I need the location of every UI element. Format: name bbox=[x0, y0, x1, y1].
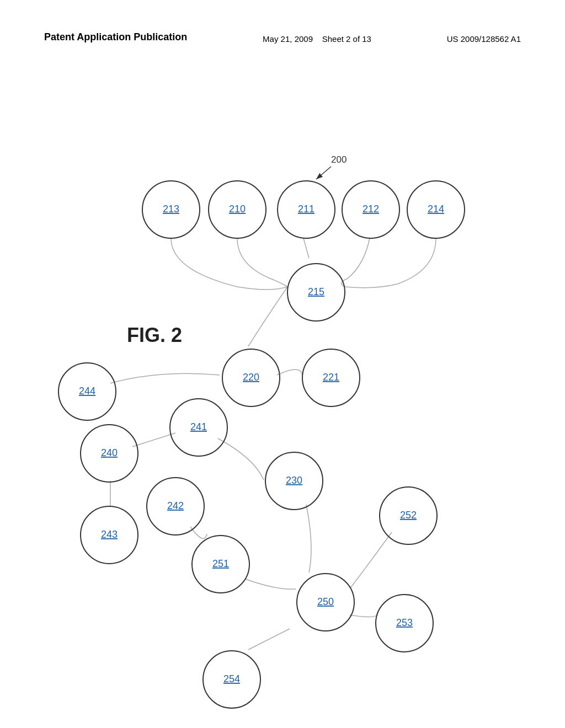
page: Patent Application Publication May 21, 2… bbox=[0, 0, 565, 728]
conn-210-215 bbox=[237, 238, 287, 287]
patent-title: Patent Application Publication bbox=[44, 31, 187, 42]
conn-213-215 bbox=[171, 238, 287, 290]
conn-250-254 bbox=[248, 629, 290, 650]
conn-241-230 bbox=[218, 438, 264, 480]
conn-214-215 bbox=[345, 238, 436, 288]
conn-230-250 bbox=[306, 505, 311, 572]
conn-252-250 bbox=[351, 532, 392, 587]
node-242-label: 242 bbox=[167, 500, 184, 511]
conn-251-250 bbox=[246, 579, 296, 589]
node-252-label: 252 bbox=[400, 510, 417, 521]
sheet-info: Sheet 2 of 13 bbox=[322, 34, 371, 44]
fig-label: FIG. 2 bbox=[127, 324, 182, 346]
conn-212-215 bbox=[342, 238, 370, 287]
node-243-label: 243 bbox=[101, 529, 118, 540]
node-214-label: 214 bbox=[428, 204, 444, 215]
node-215-label: 215 bbox=[308, 286, 324, 297]
diagram-area: 200 bbox=[0, 83, 565, 728]
node-240-label: 240 bbox=[101, 447, 118, 458]
conn-244-220 bbox=[110, 373, 220, 383]
node-211-label: 211 bbox=[298, 204, 315, 215]
ref-200-arrow bbox=[316, 167, 331, 179]
conn-250-253 bbox=[350, 615, 378, 617]
node-241-label: 241 bbox=[190, 421, 207, 432]
ref-200-label: 200 bbox=[331, 154, 347, 165]
conn-220-221 bbox=[277, 370, 302, 375]
node-213-label: 213 bbox=[163, 204, 179, 215]
diagram-svg: 200 bbox=[0, 83, 565, 728]
node-250-label: 250 bbox=[317, 596, 334, 607]
pub-date: May 21, 2009 bbox=[263, 34, 313, 44]
node-221-label: 221 bbox=[323, 372, 339, 383]
header: Patent Application Publication May 21, 2… bbox=[0, 0, 565, 46]
header-right: US 2009/128562 A1 bbox=[447, 33, 521, 46]
header-left: Patent Application Publication bbox=[44, 30, 187, 44]
node-251-label: 251 bbox=[212, 558, 229, 569]
node-254-label: 254 bbox=[223, 673, 240, 684]
conn-240-241 bbox=[132, 433, 175, 447]
node-212-label: 212 bbox=[363, 204, 379, 215]
node-253-label: 253 bbox=[396, 617, 413, 628]
conn-211-215 bbox=[303, 238, 309, 258]
node-220-label: 220 bbox=[243, 372, 259, 383]
node-210-label: 210 bbox=[229, 204, 246, 215]
node-230-label: 230 bbox=[286, 475, 302, 486]
node-244-label: 244 bbox=[79, 386, 95, 397]
conn-215-220 bbox=[248, 287, 287, 346]
header-center: May 21, 2009 Sheet 2 of 13 bbox=[263, 33, 371, 46]
pub-number: US 2009/128562 A1 bbox=[447, 34, 521, 44]
